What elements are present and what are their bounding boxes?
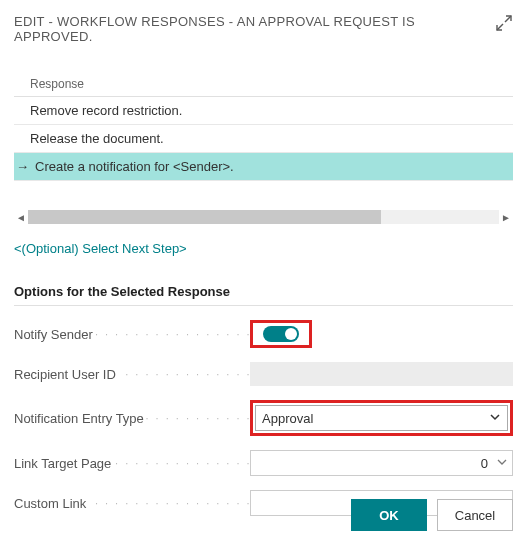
response-text: Release the document. xyxy=(30,131,164,146)
link-target-page-input[interactable]: 0 xyxy=(250,450,513,476)
chevron-down-icon[interactable] xyxy=(496,456,508,471)
response-list: Remove record restriction. Release the d… xyxy=(14,97,513,181)
expand-icon[interactable] xyxy=(495,14,513,35)
response-text: Remove record restriction. xyxy=(30,103,182,118)
notify-sender-toggle[interactable] xyxy=(263,326,299,342)
select-next-step-link[interactable]: <(Optional) Select Next Step> xyxy=(14,241,187,256)
cancel-button[interactable]: Cancel xyxy=(437,499,513,531)
notify-sender-label: Notify Sender xyxy=(14,327,250,342)
chevron-down-icon xyxy=(489,411,501,426)
select-value: Approval xyxy=(262,411,313,426)
response-row[interactable]: Remove record restriction. xyxy=(14,97,513,125)
scroll-right-icon[interactable]: ► xyxy=(499,212,513,223)
recipient-user-id-label: Recipient User ID xyxy=(14,367,250,382)
link-target-page-label: Link Target Page xyxy=(14,456,250,471)
response-row[interactable]: Release the document. xyxy=(14,125,513,153)
custom-link-label: Custom Link xyxy=(14,496,250,511)
highlight-box xyxy=(250,320,312,348)
ok-button[interactable]: OK xyxy=(351,499,427,531)
horizontal-scrollbar[interactable]: ◄ ► xyxy=(14,209,513,225)
recipient-user-id-input xyxy=(250,362,513,386)
options-section-title: Options for the Selected Response xyxy=(14,284,513,306)
dialog-title: EDIT - WORKFLOW RESPONSES - AN APPROVAL … xyxy=(14,14,495,44)
input-value: 0 xyxy=(481,456,488,471)
notification-entry-type-select[interactable]: Approval xyxy=(255,405,508,431)
toggle-knob xyxy=(285,328,297,340)
response-text: Create a notification for <Sender>. xyxy=(35,159,234,174)
notification-entry-type-label: Notification Entry Type xyxy=(14,411,250,426)
response-row-selected[interactable]: → Create a notification for <Sender>. xyxy=(14,153,513,181)
scroll-thumb[interactable] xyxy=(28,210,381,224)
scroll-left-icon[interactable]: ◄ xyxy=(14,212,28,223)
response-column-header: Response xyxy=(14,72,513,97)
scroll-track[interactable] xyxy=(28,210,499,224)
highlight-box: Approval xyxy=(250,400,513,436)
arrow-right-icon: → xyxy=(16,159,29,174)
